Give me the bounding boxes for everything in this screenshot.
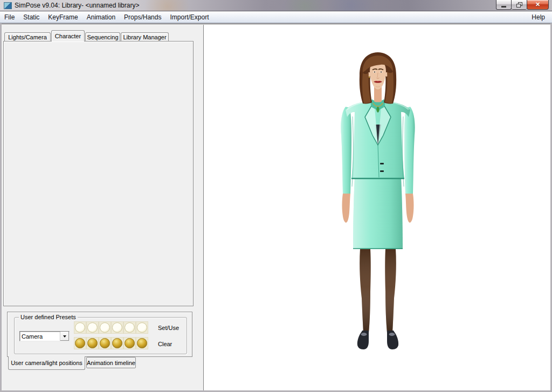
app-icon (4, 2, 12, 9)
preset-empty-orb-icon (100, 322, 110, 333)
preset-empty-orb-icon (112, 322, 122, 333)
tab-character[interactable]: Character (51, 30, 85, 42)
chevron-down-icon[interactable] (60, 332, 69, 341)
preset-set-slot[interactable] (86, 321, 99, 334)
menubar: File Static KeyFrame Animation Props/Han… (0, 11, 552, 23)
preview-viewport[interactable] (203, 25, 550, 390)
preset-gold-orb-icon (100, 338, 110, 348)
preset-set-slot[interactable] (111, 321, 123, 334)
client-area: Lights/Camera Character Sequencing Libra… (2, 24, 550, 390)
minimize-button[interactable] (496, 0, 512, 10)
presets-legend: User defined Presets (19, 314, 78, 321)
clear-label: Clear (158, 341, 172, 347)
preset-gold-orb-icon (137, 338, 147, 348)
window-title: SimPose v9.04: Library- <unnamed library… (15, 2, 139, 9)
menu-props-hands[interactable]: Props/Hands (120, 12, 165, 23)
tab-library-manager[interactable]: Library Manager (121, 32, 169, 41)
app-window: SimPose v9.04: Library- <unnamed library… (0, 0, 552, 392)
tab-lights-camera[interactable]: Lights/Camera (4, 32, 51, 41)
window-controls: ✕ (496, 0, 549, 10)
preset-clear-slot[interactable] (86, 337, 99, 349)
titlebar[interactable]: SimPose v9.04: Library- <unnamed library… (0, 0, 552, 11)
sim-character-render (329, 49, 426, 351)
set-use-label: Set/Use (158, 325, 179, 331)
tab-user-camera-light-positions[interactable]: User camera/light positions (8, 356, 85, 370)
minimize-icon (501, 6, 506, 8)
preset-gold-orb-icon (87, 338, 98, 348)
menu-keyframe[interactable]: KeyFrame (44, 12, 82, 23)
preset-gold-orb-icon (75, 338, 85, 348)
preset-set-slot[interactable] (136, 321, 148, 334)
menu-static[interactable]: Static (19, 12, 44, 23)
menu-import-export[interactable]: Import/Export (165, 12, 213, 23)
preset-clear-slot[interactable] (136, 337, 148, 349)
menu-animation[interactable]: Animation (82, 12, 120, 23)
tab-sequencing[interactable]: Sequencing (85, 32, 120, 41)
tab-animation-timeline[interactable]: Animation timeline (86, 357, 136, 368)
preset-empty-orb-icon (87, 322, 98, 333)
character-tab-page (3, 41, 194, 306)
preset-target-combobox[interactable]: Camera (19, 331, 70, 341)
preset-empty-orb-icon (137, 322, 147, 333)
preset-clear-slot[interactable] (111, 337, 123, 349)
restore-button[interactable] (512, 0, 527, 10)
menu-help[interactable]: Help (525, 12, 552, 23)
menu-file[interactable]: File (0, 12, 19, 23)
preset-clear-slot[interactable] (74, 337, 86, 349)
preset-set-slot[interactable] (74, 321, 86, 334)
preset-clear-slot[interactable] (99, 337, 111, 349)
preset-empty-orb-icon (125, 322, 135, 333)
preset-gold-orb-icon (125, 338, 135, 348)
preset-set-row (74, 321, 148, 334)
restore-icon (516, 2, 522, 8)
preset-set-slot[interactable] (123, 321, 136, 334)
preset-empty-orb-icon (75, 322, 85, 333)
preset-gold-orb-icon (112, 338, 122, 348)
preset-clear-row (74, 337, 148, 349)
preset-set-slot[interactable] (99, 321, 111, 334)
close-button[interactable]: ✕ (527, 0, 549, 10)
preset-clear-slot[interactable] (123, 337, 136, 349)
